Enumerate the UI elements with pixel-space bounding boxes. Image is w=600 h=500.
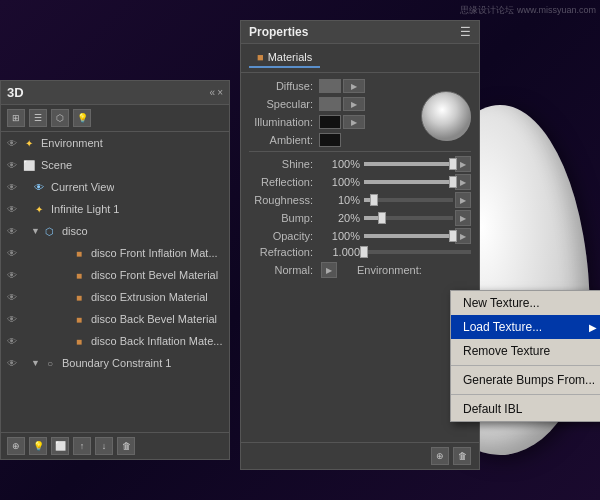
move-down-icon[interactable]: ↓ <box>95 437 113 455</box>
reflection-row: Reflection: 100% ▶ <box>249 174 471 190</box>
normal-environment-row: Normal: ▶ Environment: <box>249 262 471 278</box>
list-item-disco-front-bevel[interactable]: 👁 ■ disco Front Bevel Material <box>1 264 229 286</box>
illumination-folder-btn[interactable]: ▶ <box>343 115 365 129</box>
panel-close-btn[interactable]: × <box>217 87 223 98</box>
refraction-row: Refraction: 1.000 <box>249 246 471 258</box>
shine-slider[interactable] <box>364 162 453 166</box>
ctx-load-texture[interactable]: Load Texture... ▶ <box>451 315 600 339</box>
toolbar-icon-4[interactable]: 💡 <box>73 109 91 127</box>
toolbar-icon-3[interactable]: ⬡ <box>51 109 69 127</box>
roughness-thumb[interactable] <box>370 194 378 206</box>
refraction-thumb[interactable] <box>360 246 368 258</box>
prop-footer-icon-1[interactable]: ⊕ <box>431 447 449 465</box>
move-up-icon[interactable]: ↑ <box>73 437 91 455</box>
visibility-icon[interactable]: 👁 <box>5 204 19 215</box>
visibility-icon[interactable]: 👁 <box>5 226 19 237</box>
visibility-icon[interactable]: 👁 <box>5 160 19 171</box>
list-item-disco-back-inflation[interactable]: 👁 ■ disco Back Inflation Mate... <box>1 330 229 352</box>
ctx-default-ibl-label: Default IBL <box>463 402 522 416</box>
panel-properties: Properties ☰ ■ Materials Di <box>240 20 480 470</box>
visibility-icon[interactable]: 👁 <box>5 336 19 347</box>
reflection-value: 100% <box>319 176 364 188</box>
opacity-slider[interactable] <box>364 234 453 238</box>
shine-row: Shine: 100% ▶ <box>249 156 471 172</box>
expand-arrow[interactable]: ▼ <box>31 226 40 236</box>
visibility-icon[interactable]: 👁 <box>5 182 19 193</box>
list-item-disco-front-inflation[interactable]: 👁 ■ disco Front Inflation Mat... <box>1 242 229 264</box>
list-item-current-view[interactable]: 👁 👁 Current View <box>1 176 229 198</box>
prop-footer-icon-2[interactable]: 🗑 <box>453 447 471 465</box>
roughness-slider[interactable] <box>364 198 453 202</box>
visibility-icon[interactable]: 👁 <box>5 314 19 325</box>
illumination-label: Illumination: <box>249 116 319 128</box>
visibility-icon[interactable]: 👁 <box>5 138 19 149</box>
list-item-infinite-light[interactable]: 👁 ✦ Infinite Light 1 <box>1 198 229 220</box>
light-icon: ✦ <box>31 201 47 217</box>
roughness-folder-btn[interactable]: ▶ <box>455 192 471 208</box>
bump-slider[interactable] <box>364 216 453 220</box>
list-item-disco-back-bevel[interactable]: 👁 ■ disco Back Bevel Material <box>1 308 229 330</box>
properties-menu-icon[interactable]: ☰ <box>460 25 471 39</box>
mesh-icon: ⬡ <box>42 223 58 239</box>
visibility-icon[interactable]: 👁 <box>5 358 19 369</box>
visibility-icon[interactable]: 👁 <box>5 292 19 303</box>
delete-icon[interactable]: 🗑 <box>117 437 135 455</box>
ctx-new-texture[interactable]: New Texture... <box>451 291 600 315</box>
disco-back-inflation-label: disco Back Inflation Mate... <box>91 335 222 347</box>
diffuse-label: Diffuse: <box>249 80 319 92</box>
specular-swatch[interactable] <box>319 97 341 111</box>
ctx-generate-bumps[interactable]: Generate Bumps From... <box>451 368 600 392</box>
constraint-icon: ○ <box>42 355 58 371</box>
opacity-thumb[interactable] <box>449 230 457 242</box>
normal-folder-btn[interactable]: ▶ <box>321 262 337 278</box>
shine-label: Shine: <box>249 158 319 170</box>
bump-folder-btn[interactable]: ▶ <box>455 210 471 226</box>
boundary-constraint-label: Boundary Constraint 1 <box>62 357 171 369</box>
expand-arrow[interactable]: ▼ <box>31 358 40 368</box>
panel-3d-header: 3D « × <box>1 81 229 105</box>
bump-thumb[interactable] <box>378 212 386 224</box>
panel-3d-footer: ⊕ 💡 ⬜ ↑ ↓ 🗑 <box>1 432 229 459</box>
roughness-row: Roughness: 10% ▶ <box>249 192 471 208</box>
add-icon[interactable]: ⊕ <box>7 437 25 455</box>
material-icon: ■ <box>71 245 87 261</box>
list-item-disco[interactable]: 👁 ▼ ⬡ disco <box>1 220 229 242</box>
ctx-separator <box>451 365 600 366</box>
list-item-boundary-constraint[interactable]: 👁 ▼ ○ Boundary Constraint 1 <box>1 352 229 374</box>
specular-label: Specular: <box>249 98 319 110</box>
ctx-remove-texture[interactable]: Remove Texture <box>451 339 600 363</box>
toolbar-icon-2[interactable]: ☰ <box>29 109 47 127</box>
reflection-thumb[interactable] <box>449 176 457 188</box>
shine-folder-btn[interactable]: ▶ <box>455 156 471 172</box>
material-icon: ■ <box>71 333 87 349</box>
specular-folder-btn[interactable]: ▶ <box>343 97 365 111</box>
properties-tabs: ■ Materials <box>241 44 479 73</box>
ambient-swatch[interactable] <box>319 133 341 147</box>
ctx-default-ibl[interactable]: Default IBL <box>451 397 600 421</box>
reflection-slider[interactable] <box>364 180 453 184</box>
panel-collapse-btn[interactable]: « <box>210 87 216 98</box>
opacity-label: Opacity: <box>249 230 319 242</box>
illumination-swatch[interactable] <box>319 115 341 129</box>
tab-materials[interactable]: ■ Materials <box>249 48 320 68</box>
shine-thumb[interactable] <box>449 158 457 170</box>
light-add-icon[interactable]: 💡 <box>29 437 47 455</box>
opacity-folder-btn[interactable]: ▶ <box>455 228 471 244</box>
mesh-add-icon[interactable]: ⬜ <box>51 437 69 455</box>
panel-3d-list: 👁 ✦ Environment 👁 ⬜ Scene 👁 👁 Current Vi… <box>1 132 229 432</box>
ctx-new-texture-label: New Texture... <box>463 296 539 310</box>
toolbar-icon-1[interactable]: ⊞ <box>7 109 25 127</box>
list-item-disco-extrusion[interactable]: 👁 ■ disco Extrusion Material <box>1 286 229 308</box>
scene-icon: ⬜ <box>21 157 37 173</box>
refraction-slider[interactable] <box>364 250 471 254</box>
material-preview-sphere[interactable] <box>421 91 471 141</box>
visibility-icon[interactable]: 👁 <box>5 248 19 259</box>
visibility-icon[interactable]: 👁 <box>5 270 19 281</box>
diffuse-folder-btn[interactable]: ▶ <box>343 79 365 93</box>
reflection-folder-btn[interactable]: ▶ <box>455 174 471 190</box>
diffuse-swatch[interactable] <box>319 79 341 93</box>
list-item-scene[interactable]: 👁 ⬜ Scene <box>1 154 229 176</box>
list-item-environment[interactable]: 👁 ✦ Environment <box>1 132 229 154</box>
bump-row: Bump: 20% ▶ <box>249 210 471 226</box>
properties-title: Properties <box>249 25 308 39</box>
